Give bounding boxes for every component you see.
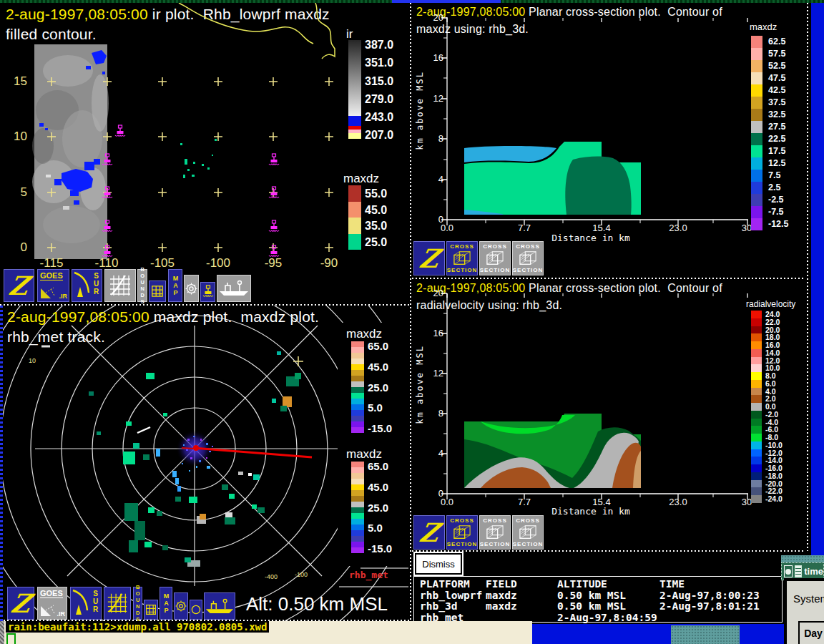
- cross-section-button-active[interactable]: CROSS SECTION: [446, 515, 478, 550]
- table-row: rhb_3dmaxdz0.50 km MSL2-Aug-97,8:01:21: [420, 601, 782, 613]
- colorbar-swatch: [751, 403, 762, 411]
- colorbar-value: 37.5: [762, 97, 785, 109]
- colorbar-swatch: [751, 194, 762, 206]
- colorbar-swatch: [351, 364, 364, 370]
- surface-radar-button[interactable]: SUR: [70, 587, 102, 620]
- zebra-logo-button[interactable]: Z: [4, 269, 34, 302]
- colorbar-swatch: [351, 490, 364, 496]
- colorbar-swatch: [351, 542, 364, 547]
- colorbar-value: 25.0: [368, 378, 392, 399]
- colorbar-swatch: [751, 449, 762, 457]
- dismiss-button[interactable]: Dismiss: [415, 553, 462, 575]
- colorbar-swatch: [751, 60, 762, 72]
- surface-radar-button[interactable]: SUR: [72, 269, 102, 302]
- colorbar-entry: 22.5: [751, 133, 789, 145]
- terminal-window[interactable]: rain:beaufait:112>xdump.all 970802.0805.…: [4, 621, 532, 644]
- zebra-logo-button[interactable]: Z: [413, 241, 445, 275]
- ppi-colorbar-1: [351, 341, 364, 433]
- colorbar-swatch: [351, 427, 364, 433]
- colorbar-value: -15.0: [368, 419, 392, 439]
- map-grid-button[interactable]: [104, 269, 136, 302]
- map-button[interactable]: MAP: [160, 587, 172, 620]
- radar-dish-icon: [72, 589, 90, 618]
- gear-button[interactable]: [184, 275, 199, 302]
- gear-button[interactable]: [174, 592, 188, 620]
- bounds-button[interactable]: BOUNDS: [133, 587, 142, 620]
- colorbar-swatch: [351, 519, 364, 525]
- colorbar-swatch: [751, 411, 762, 419]
- colorbar-entry: -12.5: [751, 218, 789, 230]
- colorbar-swatch: [351, 507, 364, 513]
- colorbar-entry: 32.5: [751, 109, 789, 121]
- colorbar-swatch: [348, 202, 361, 218]
- buoy-button[interactable]: [200, 282, 215, 302]
- cross-section-button[interactable]: CROSS SECTION: [512, 241, 544, 275]
- colorbar-value: -15.0: [368, 539, 392, 560]
- map-grid-button[interactable]: [104, 587, 131, 620]
- maxdz-colorbar-title: maxdz: [343, 172, 379, 186]
- contour-fills: [464, 142, 641, 215]
- goes-ir-button[interactable]: GOES .IR: [37, 587, 67, 620]
- colorbar-value: 351.0: [365, 54, 393, 72]
- colorbar-title: maxdz: [750, 21, 777, 32]
- colorbar-swatch: [751, 380, 762, 388]
- colorbar-swatch: [751, 480, 762, 488]
- colorbar-swatch: [751, 72, 762, 84]
- colorbar-value: -2.0: [762, 411, 778, 419]
- ir-map-canvas[interactable]: [0, 3, 336, 275]
- platform-cell: rhb_lowprf: [420, 590, 486, 602]
- colorbar-swatch: [351, 484, 364, 490]
- panel-xsec-maxdz: 2-aug-1997,08:05:00 Planar cross-section…: [412, 3, 805, 278]
- colorbar-entry: 57.5: [751, 48, 789, 60]
- cross-section-button[interactable]: CROSS SECTION: [479, 515, 511, 550]
- xsec-maxdz-canvas[interactable]: [412, 3, 750, 239]
- colorbar-swatch: [751, 326, 762, 334]
- y-axis-title: km above MSL: [415, 345, 425, 424]
- colorbar-entry: 22.0: [751, 318, 783, 326]
- title-timestamp: 2-aug-1997,08:05:00: [7, 308, 149, 325]
- colorbar-entry: -2.5: [751, 194, 789, 206]
- colorbar-value: 12.5: [762, 157, 785, 170]
- circle-button[interactable]: [190, 600, 202, 620]
- desktop-pattern: [781, 555, 824, 562]
- satellite-ir-strip: [32, 44, 109, 259]
- zebra-logo-button[interactable]: Z: [413, 515, 445, 550]
- buoy-markers: [102, 125, 279, 256]
- cross-label: CROSS: [516, 243, 539, 250]
- zebra-logo-icon: Z: [417, 243, 441, 273]
- radialvelocity-colorbar: 24.022.020.018.016.014.012.010.08.06.04.…: [751, 311, 783, 503]
- small-grid-button[interactable]: [149, 280, 166, 302]
- map-button[interactable]: MAP: [168, 269, 182, 302]
- ship-button[interactable]: [217, 275, 251, 302]
- terminal-cursor: [6, 633, 16, 644]
- zebra-logo-button[interactable]: Z: [7, 587, 34, 620]
- colorbar-swatch: [751, 357, 762, 365]
- colorbar-swatch: [351, 467, 364, 473]
- colorbar-value: 62.5: [762, 36, 785, 48]
- cross-label: CROSS: [450, 243, 474, 250]
- panel-border-left: [0, 306, 3, 621]
- ship-button[interactable]: [204, 592, 235, 620]
- window-menu-button[interactable]: [784, 565, 793, 577]
- goes-ir-button[interactable]: GOES .IR: [37, 269, 69, 302]
- platform-cell: rhb_3d: [420, 601, 486, 613]
- right-window-border: [811, 3, 824, 562]
- colorbar-swatch: [351, 547, 364, 553]
- cross-section-button[interactable]: CROSS SECTION: [512, 515, 544, 550]
- cross-section-button-active[interactable]: CROSS SECTION: [446, 241, 478, 275]
- cross-section-button[interactable]: CROSS SECTION: [479, 241, 511, 275]
- colorbar-value: 32.5: [762, 109, 785, 121]
- bounds-button[interactable]: BOUNDS: [137, 269, 147, 302]
- colorbar-swatch: [351, 416, 364, 421]
- panel-xsec-radialvelocity: 2-aug-1997,08:05:00 Planar cross-section…: [412, 279, 805, 550]
- colorbar-value: 2.5: [762, 182, 780, 194]
- bounds-label: BOUNDS: [139, 266, 145, 305]
- coastline: [179, 3, 335, 59]
- system-window: System Day: [784, 578, 824, 644]
- section-label: SECTION: [480, 267, 511, 273]
- xsec-radial-canvas[interactable]: [412, 279, 750, 515]
- desktop-pattern: [671, 625, 740, 644]
- day-button[interactable]: Day: [798, 621, 824, 644]
- colorbar-swatch: [751, 109, 762, 121]
- small-grid-button[interactable]: [144, 600, 158, 620]
